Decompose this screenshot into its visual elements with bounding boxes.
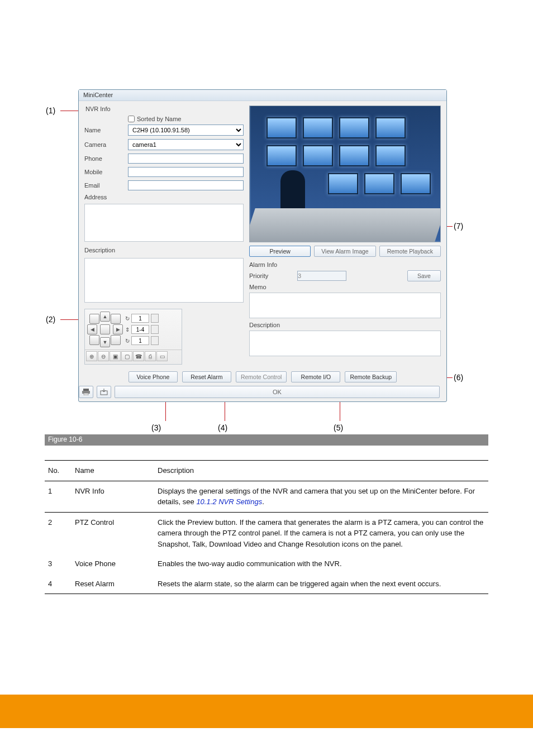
ptz-speed2-input[interactable] (131, 336, 149, 345)
nvr-info-group-label: NVR Info (84, 106, 244, 112)
phone-input[interactable] (128, 154, 244, 164)
ptz-left-button[interactable]: ◀ (87, 324, 97, 334)
description-label: Description (84, 247, 128, 253)
ptz-center-button[interactable] (100, 324, 110, 334)
page-number: 154 (261, 688, 272, 696)
phone-label: Phone (84, 155, 128, 162)
email-label: Email (84, 182, 128, 189)
preview-button[interactable]: Preview (249, 246, 311, 257)
ptz-upright-button[interactable] (111, 314, 121, 324)
ptz-downleft-button[interactable] (89, 335, 99, 345)
email-input[interactable] (128, 180, 244, 190)
alarm-desc-textarea[interactable] (249, 331, 441, 356)
save-button[interactable]: Save (407, 270, 441, 281)
remote-backup-button[interactable]: Remote Backup (345, 371, 397, 382)
focus-far-icon[interactable]: ▢ (121, 351, 132, 361)
print-icon[interactable] (79, 386, 93, 398)
description-textarea[interactable] (84, 258, 244, 303)
document-body: No. Name Description 1NVR InfoDisplays t… (45, 453, 488, 594)
camera-select[interactable]: camera1 (128, 139, 244, 150)
sorted-by-name-label: Sorted by Name (137, 116, 181, 122)
preset-icon: ⇕ (125, 327, 130, 333)
remote-io-button[interactable]: Remote I/O (291, 371, 340, 382)
sorted-by-name-checkbox[interactable] (128, 116, 135, 122)
ptz-preset-dropdown[interactable] (151, 325, 159, 334)
address-textarea[interactable] (84, 204, 244, 242)
callout-7: (7) (454, 222, 463, 231)
ok-button[interactable]: OK (115, 386, 440, 398)
description-table: No. Name Description 1NVR InfoDisplays t… (45, 460, 488, 594)
voice-phone-button[interactable]: Voice Phone (129, 371, 178, 382)
ptz-dpad: ▲ ▼ ◀ ▶ (87, 312, 123, 347)
table-row: 3Voice PhoneEnables the two-way audio co… (45, 554, 488, 574)
name-select[interactable]: C2H9 (10.100.91.58) (128, 125, 244, 136)
mobile-label: Mobile (84, 169, 128, 175)
minicenter-window: MiniCenter NVR Info Sorted by Name Name … (78, 89, 447, 402)
table-row: 1NVR InfoDisplays the general settings o… (45, 481, 488, 512)
cross-ref-link[interactable]: 10.1.2 NVR Settings (196, 497, 262, 506)
export-icon[interactable] (97, 386, 111, 398)
memo-label: Memo (249, 284, 441, 290)
alarm-desc-label: Description (249, 322, 441, 328)
table-row: 4Reset AlarmResets the alarm state, so t… (45, 574, 488, 594)
callout-6: (6) (454, 373, 463, 382)
callout-1: (1) (46, 106, 55, 115)
zoom-in-icon[interactable]: ⊕ (86, 351, 97, 361)
ptz-speed2-dropdown[interactable] (151, 336, 159, 345)
svg-rect-0 (83, 389, 89, 391)
svg-rect-2 (84, 393, 88, 395)
name-label: Name (84, 127, 128, 133)
tour-icon: ↻ (125, 315, 130, 322)
callout-4: (4) (218, 423, 227, 432)
ptz-upleft-button[interactable] (89, 314, 99, 324)
priority-label: Priority (249, 272, 293, 279)
ptz-speed1-dropdown[interactable] (151, 314, 159, 323)
remote-control-button[interactable]: Remote Control (236, 371, 287, 382)
ptz-panel: ▲ ▼ ◀ ▶ (84, 309, 182, 365)
memo-textarea[interactable] (249, 293, 441, 318)
snapshot-icon[interactable]: ⎙ (145, 351, 156, 361)
callout-2: (2) (46, 315, 55, 324)
reset-alarm-button[interactable]: Reset Alarm (182, 371, 231, 382)
mobile-input[interactable] (128, 167, 244, 177)
ptz-up-button[interactable]: ▲ (100, 312, 110, 322)
change-resolution-icon[interactable]: ▭ (156, 351, 168, 361)
callout-3: (3) (151, 423, 161, 432)
remote-playback-button[interactable]: Remote Playback (379, 246, 441, 257)
ptz-right-button[interactable]: ▶ (113, 324, 123, 334)
view-alarm-image-button[interactable]: View Alarm Image (314, 246, 375, 257)
talk-icon[interactable]: ☎ (133, 351, 144, 361)
live-preview (249, 106, 441, 242)
callout-5: (5) (334, 423, 343, 432)
zoom-out-icon[interactable]: ⊖ (98, 351, 109, 361)
autoscan-icon: ↻ (125, 338, 130, 344)
address-label: Address (84, 194, 128, 200)
table-row: 2PTZ ControlClick the Preview button. If… (45, 512, 488, 554)
alarm-info-label: Alarm Info (249, 261, 441, 268)
focus-near-icon[interactable]: ▣ (110, 351, 121, 361)
figure-caption: Figure 10-6 (45, 434, 488, 446)
footer-bar: 154 (0, 695, 533, 728)
ptz-preset-input[interactable] (131, 325, 149, 334)
camera-label: Camera (84, 141, 128, 148)
ptz-down-button[interactable]: ▼ (100, 337, 110, 347)
ptz-downright-button[interactable] (111, 335, 121, 345)
priority-select[interactable] (297, 271, 346, 281)
ptz-speed1-input[interactable] (131, 314, 149, 323)
window-titlebar: MiniCenter (79, 90, 446, 101)
